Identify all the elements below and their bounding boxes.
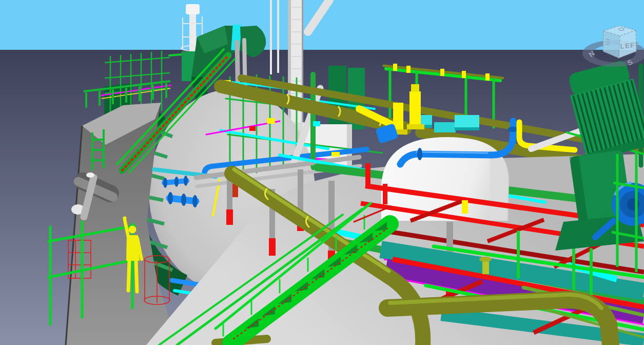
- scene-canvas: N S LEFT: [0, 0, 644, 345]
- 3d-model-viewport[interactable]: N S LEFT: [0, 0, 644, 345]
